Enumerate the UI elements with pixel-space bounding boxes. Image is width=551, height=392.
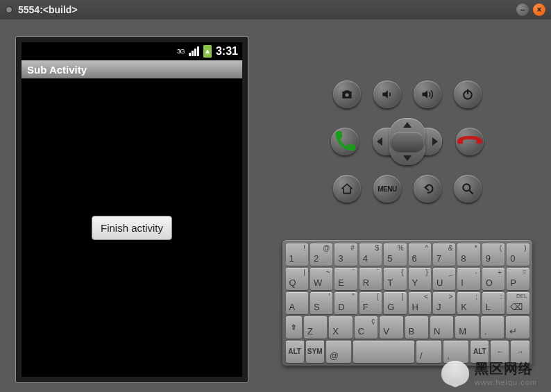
key-m[interactable]: M: [455, 316, 478, 339]
key-.[interactable]: .: [481, 316, 504, 339]
back-icon: [421, 182, 434, 196]
key-9[interactable]: 9(: [482, 244, 505, 266]
status-clock: 3:31: [216, 45, 238, 58]
key-0[interactable]: 0): [507, 244, 529, 266]
key-4[interactable]: 4$: [359, 244, 382, 266]
signal-bars-icon: [189, 46, 199, 56]
key-f[interactable]: F[: [359, 292, 382, 314]
call-button[interactable]: [331, 128, 359, 155]
key-5[interactable]: 5%: [384, 244, 406, 266]
key-3[interactable]: 3#: [334, 244, 357, 266]
key-↵[interactable]: ↵: [506, 316, 529, 339]
power-button[interactable]: [454, 80, 482, 108]
camera-icon: [340, 87, 354, 101]
home-icon: [340, 182, 354, 196]
volume-down-button[interactable]: [373, 80, 401, 108]
dpad-down-button[interactable]: [403, 155, 412, 161]
volume-up-icon: [421, 87, 434, 101]
network-3g-icon: 3G: [177, 48, 185, 55]
key-2[interactable]: 2@: [310, 244, 332, 266]
key-shift[interactable]: ⇧: [286, 316, 302, 339]
emulator-device-frame: 3G 3:31 Sub Activity Finish activity: [0, 19, 264, 392]
window-titlebar: 5554:<build> – ×: [0, 0, 551, 19]
window-app-icon: [6, 6, 12, 13]
key-k[interactable]: K;: [457, 292, 480, 314]
key-o[interactable]: O+: [482, 268, 505, 290]
watermark-logo-icon: [441, 361, 469, 386]
key-at[interactable]: @: [326, 341, 351, 363]
volume-down-icon: [380, 87, 394, 101]
device-bezel: 3G 3:31 Sub Activity Finish activity: [15, 36, 248, 383]
dpad-left-button[interactable]: [377, 137, 382, 146]
key-1[interactable]: 1!: [286, 244, 308, 266]
end-call-button[interactable]: [456, 128, 484, 155]
key-alt-left[interactable]: ALT: [286, 341, 304, 363]
key-x[interactable]: X: [329, 316, 352, 339]
finish-activity-button[interactable]: Finish activity: [92, 216, 172, 240]
window-title: 5554:<build>: [18, 4, 78, 15]
key-n[interactable]: N: [430, 316, 453, 339]
power-icon: [461, 87, 475, 101]
menu-label: MENU: [378, 185, 396, 193]
minimize-button[interactable]: –: [516, 3, 529, 16]
key-q[interactable]: Q|: [286, 268, 308, 290]
svg-line-4: [470, 191, 473, 194]
key-l[interactable]: L:: [482, 292, 505, 314]
svg-point-0: [345, 93, 348, 96]
key-delete[interactable]: ⌫DEL: [507, 292, 529, 314]
key-i[interactable]: I-: [457, 268, 480, 290]
key-u[interactable]: U_: [433, 268, 455, 290]
key-8[interactable]: 8*: [457, 244, 480, 266]
end-call-icon: [456, 128, 484, 155]
key-sym[interactable]: SYM: [306, 341, 324, 363]
key-6[interactable]: 6^: [409, 244, 431, 266]
call-icon: [331, 128, 359, 155]
menu-button[interactable]: MENU: [373, 175, 401, 203]
svg-point-3: [463, 184, 470, 191]
volume-up-button[interactable]: [414, 80, 441, 108]
key-a[interactable]: A: [286, 292, 308, 314]
battery-charging-icon: [203, 45, 212, 58]
dpad: [370, 118, 445, 165]
close-button[interactable]: ×: [533, 3, 545, 16]
home-button[interactable]: [333, 175, 361, 203]
key-p[interactable]: P=: [507, 268, 529, 290]
key-t[interactable]: T{: [384, 268, 406, 290]
key-c[interactable]: Cç: [355, 316, 378, 339]
key-s[interactable]: S': [310, 292, 332, 314]
dpad-right-button[interactable]: [432, 137, 438, 146]
key-d[interactable]: D": [334, 292, 357, 314]
dpad-up-button[interactable]: [403, 122, 412, 128]
key-space[interactable]: [353, 341, 414, 363]
emulator-controls: MENU 1!2@3#4$5%6^7&8*9(0) Q|W~E¨R`T{Y}U_…: [264, 19, 551, 392]
key-w[interactable]: W~: [310, 268, 332, 290]
search-icon: [461, 182, 475, 196]
key-h[interactable]: H<: [409, 292, 431, 314]
key-z[interactable]: Z: [304, 316, 327, 339]
key-e[interactable]: E¨: [334, 268, 357, 290]
key-b[interactable]: B: [405, 316, 428, 339]
back-button[interactable]: [414, 175, 441, 203]
key-7[interactable]: 7&: [433, 244, 455, 266]
device-screen[interactable]: 3G 3:31 Sub Activity Finish activity: [22, 42, 242, 377]
watermark-text: 黑区网络: [475, 359, 537, 378]
key-g[interactable]: G]: [384, 292, 406, 314]
key-v[interactable]: V: [380, 316, 402, 339]
watermark: 黑区网络 www.heiqu.com: [441, 359, 537, 386]
key-r[interactable]: R`: [359, 268, 382, 290]
key-slash[interactable]: /: [416, 341, 441, 363]
search-button[interactable]: [454, 175, 482, 203]
activity-title-bar: Sub Activity: [22, 60, 242, 78]
watermark-url: www.heiqu.com: [475, 378, 537, 386]
android-statusbar: 3G 3:31: [22, 42, 242, 60]
dpad-center-button[interactable]: [391, 132, 424, 151]
key-y[interactable]: Y}: [409, 268, 431, 290]
activity-content: Finish activity: [22, 78, 242, 377]
activity-title-text: Sub Activity: [27, 64, 87, 76]
key-j[interactable]: J>: [433, 292, 455, 314]
hardware-keyboard: 1!2@3#4$5%6^7&8*9(0) Q|W~E¨R`T{Y}U_I-O+P…: [282, 240, 532, 366]
camera-button[interactable]: [333, 80, 361, 108]
